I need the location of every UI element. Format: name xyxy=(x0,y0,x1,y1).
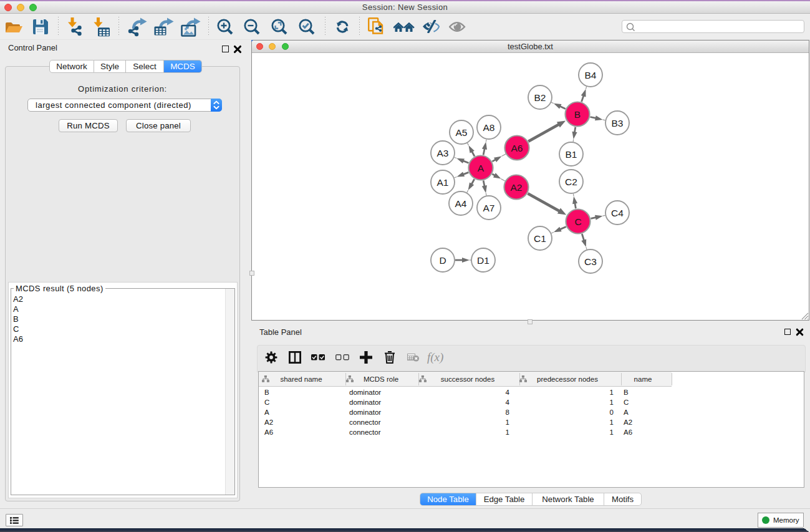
svg-text:A6: A6 xyxy=(511,143,523,153)
svg-text:C2: C2 xyxy=(565,177,577,187)
svg-text:C: C xyxy=(574,216,581,227)
svg-text:B2: B2 xyxy=(534,92,546,103)
svg-text:D: D xyxy=(439,255,446,266)
svg-text:A8: A8 xyxy=(483,122,495,133)
svg-text:A1: A1 xyxy=(437,177,449,188)
svg-text:A2: A2 xyxy=(511,182,523,193)
svg-text:A3: A3 xyxy=(437,148,449,158)
svg-text:A5: A5 xyxy=(456,127,468,138)
svg-text:B1: B1 xyxy=(566,149,577,160)
svg-text:A7: A7 xyxy=(483,203,495,213)
svg-text:B3: B3 xyxy=(612,118,624,128)
svg-text:B4: B4 xyxy=(585,70,597,80)
svg-text:C3: C3 xyxy=(584,256,597,267)
svg-text:D1: D1 xyxy=(477,255,489,266)
svg-text:C1: C1 xyxy=(534,233,546,244)
svg-text:C4: C4 xyxy=(611,208,624,218)
svg-text:B: B xyxy=(574,109,581,120)
svg-text:A4: A4 xyxy=(455,198,467,209)
svg-text:A: A xyxy=(478,163,485,173)
